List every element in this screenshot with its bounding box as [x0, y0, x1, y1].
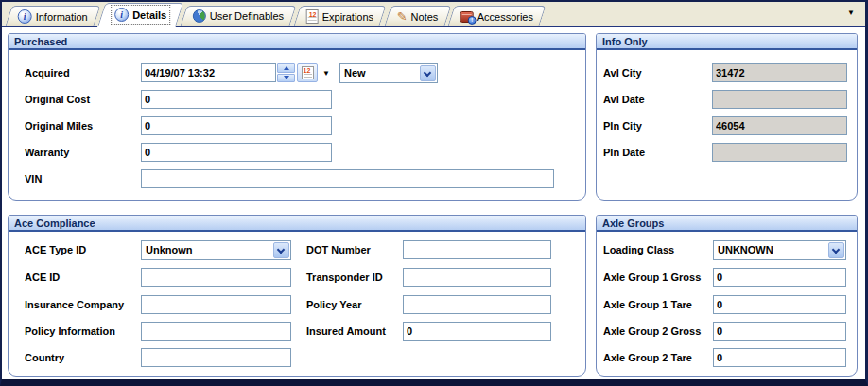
combobox-value: UNKNOWN — [718, 241, 773, 259]
policy-information-input[interactable] — [141, 322, 291, 341]
group-axle-groups: Axle Groups Loading Class UNKNOWN Axle G… — [596, 215, 858, 377]
pie-chart-icon — [193, 9, 206, 23]
avl-city-input — [712, 63, 847, 82]
info-icon: i — [114, 8, 129, 22]
date-dropdown-arrow-icon[interactable]: ▼ — [322, 69, 330, 78]
loading-class-combobox[interactable]: UNKNOWN — [713, 240, 846, 260]
tab-user-definables[interactable]: User Definables — [181, 6, 297, 26]
field-label: Policy Information — [25, 322, 115, 341]
field-label: Original Cost — [25, 90, 90, 109]
field-row-avl-date: Avl Date — [597, 90, 857, 110]
acquired-datetime-input[interactable] — [141, 63, 276, 82]
field-row-policy-information: Policy Information Insured Amount — [9, 322, 585, 342]
tab-information[interactable]: i Information — [6, 6, 101, 26]
calendar-icon-number: 12 — [309, 11, 317, 18]
field-label: Axle Group 1 Tare — [603, 295, 692, 314]
axle-group-2-gross-input[interactable] — [713, 322, 846, 341]
axle-group-1-tare-input[interactable] — [713, 295, 846, 314]
combobox-value: Unknown — [146, 241, 193, 259]
original-miles-input[interactable] — [141, 116, 332, 135]
ace-type-id-combobox[interactable]: Unknown — [141, 240, 291, 260]
field-row-avl-city: Avl City — [597, 63, 857, 83]
group-ace-compliance: Ace Compliance ACE Type ID Unknown DOT N… — [8, 215, 586, 377]
combobox-value: New — [344, 64, 366, 82]
tab-notes[interactable]: ✎ Notes — [384, 6, 450, 26]
field-row-pln-date: Pln Date — [597, 143, 857, 163]
info-icon: i — [18, 9, 32, 24]
tab-label: Notes — [411, 10, 439, 22]
field-row-axle-group-1-tare: Axle Group 1 Tare — [597, 295, 857, 315]
field-label: Transponder ID — [306, 268, 383, 287]
details-panel: Purchased Acquired 12 ▼ New Original Co — [2, 27, 865, 379]
field-row-ace-id: ACE ID Transponder ID — [9, 268, 585, 288]
field-label: Pln Date — [603, 143, 645, 162]
condition-combobox[interactable]: New — [339, 63, 438, 83]
spinner-down-button[interactable] — [277, 74, 295, 83]
chevron-down-icon — [424, 69, 431, 77]
field-label: Loading Class — [603, 240, 674, 259]
axle-group-2-tare-input[interactable] — [713, 348, 846, 367]
field-label: ACE Type ID — [25, 240, 86, 259]
axle-group-1-gross-input[interactable] — [713, 268, 846, 287]
policy-year-input[interactable] — [403, 295, 551, 314]
field-label: Insured Amount — [306, 322, 386, 341]
dropdown-button[interactable] — [828, 242, 844, 258]
country-input[interactable] — [141, 348, 291, 367]
tab-accessories-inner: ! Accessories — [460, 10, 533, 23]
field-row-vin: VIN — [9, 169, 585, 189]
tab-notes-inner: ✎ Notes — [397, 10, 439, 23]
down-arrow-icon — [284, 76, 289, 79]
warranty-input[interactable] — [141, 143, 332, 162]
chevron-down-icon — [832, 246, 840, 254]
tab-details[interactable]: i Details — [97, 3, 184, 27]
field-row-acquired: Acquired 12 ▼ New — [9, 63, 585, 83]
field-label: Acquired — [25, 63, 70, 82]
field-row-pln-city: Pln City — [597, 116, 857, 136]
field-row-warranty: Warranty — [9, 143, 585, 163]
group-purchased: Purchased Acquired 12 ▼ New Original Co — [8, 33, 586, 201]
ace-id-input[interactable] — [141, 268, 291, 287]
field-label: Original Miles — [25, 116, 93, 135]
details-window: i Information i Details User Definables … — [0, 0, 868, 386]
field-row-original-cost: Original Cost — [9, 90, 585, 110]
dropdown-button[interactable] — [420, 65, 436, 81]
field-label: VIN — [25, 169, 42, 188]
tab-scroll-down-icon[interactable]: ▼ — [843, 7, 859, 19]
group-title: Ace Compliance — [9, 216, 585, 232]
field-row-loading-class: Loading Class UNKNOWN — [597, 240, 857, 260]
transponder-id-input[interactable] — [403, 268, 551, 287]
datetime-spinner — [277, 63, 295, 82]
dropdown-button[interactable] — [273, 242, 289, 258]
avl-date-input — [712, 90, 847, 109]
calendar-picker-button[interactable]: 12 — [297, 63, 318, 82]
original-cost-input[interactable] — [141, 90, 332, 109]
field-label: Country — [25, 348, 64, 367]
spinner-up-button[interactable] — [277, 63, 295, 73]
tab-label: User Definables — [210, 10, 284, 22]
field-row-ace-type-id: ACE Type ID Unknown DOT Number — [9, 240, 585, 260]
group-info-only: Info Only Avl City Avl Date Pln City Pln… — [596, 33, 858, 201]
field-label: DOT Number — [306, 240, 371, 259]
dot-number-input[interactable] — [403, 240, 551, 259]
field-label: Avl Date — [603, 90, 645, 109]
insurance-company-input[interactable] — [141, 295, 291, 314]
field-label: Avl City — [603, 63, 642, 82]
field-row-axle-group-2-gross: Axle Group 2 Gross — [597, 322, 857, 342]
pencil-icon: ✎ — [397, 10, 408, 23]
tab-details-inner: i Details — [112, 6, 169, 24]
field-label: Policy Year — [306, 295, 362, 314]
insured-amount-input[interactable] — [403, 322, 551, 341]
tab-label: Accessories — [477, 10, 533, 22]
vin-input[interactable] — [141, 169, 554, 188]
field-row-original-miles: Original Miles — [9, 116, 585, 136]
tab-information-inner: i Information — [18, 9, 88, 24]
tab-expirations[interactable]: 12 Expirations — [294, 6, 387, 26]
tab-label: Expirations — [322, 10, 373, 22]
field-row-country: Country — [9, 348, 585, 368]
field-label: Insurance Company — [25, 295, 124, 314]
chevron-down-icon — [277, 246, 285, 254]
tab-accessories[interactable]: ! Accessories — [448, 6, 547, 26]
field-row-axle-group-1-gross: Axle Group 1 Gross — [597, 268, 857, 288]
group-title: Axle Groups — [597, 216, 857, 232]
group-title: Purchased — [9, 34, 585, 50]
